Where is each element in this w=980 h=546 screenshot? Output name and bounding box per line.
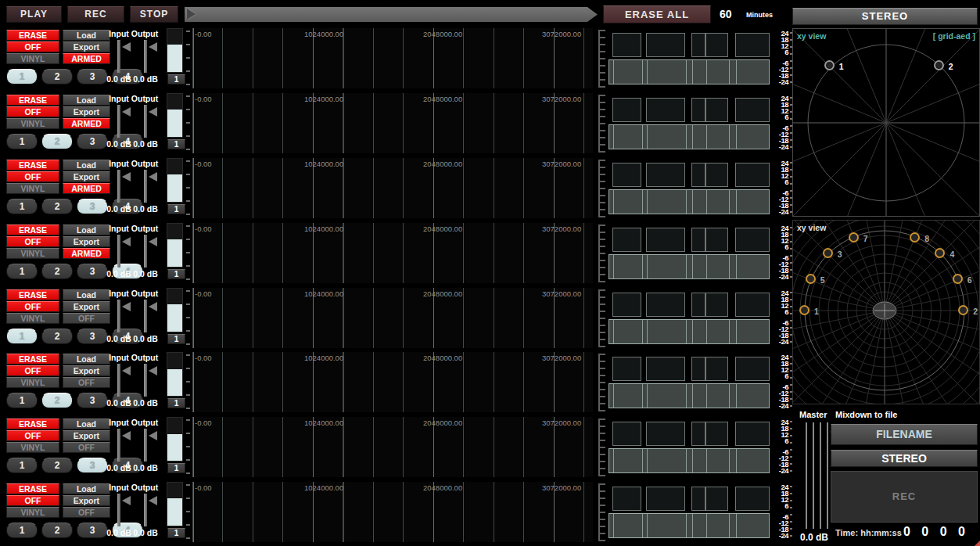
- channel-select-2[interactable]: 2: [41, 69, 73, 84]
- arm-button[interactable]: ARMED: [63, 183, 110, 194]
- channel-fader-button[interactable]: 1: [167, 204, 185, 214]
- output-gain-handle-icon[interactable]: [149, 366, 157, 375]
- output-gain-handle-icon[interactable]: [149, 302, 157, 311]
- segment-box[interactable]: [612, 33, 641, 57]
- grid-mode-label[interactable]: [ grid-aed ]: [933, 31, 975, 41]
- channel-select-1[interactable]: 1: [6, 393, 38, 408]
- output-gain-handle-icon[interactable]: [149, 496, 157, 505]
- stop-button[interactable]: STOP: [130, 6, 178, 23]
- vinyl-button[interactable]: VINYL: [6, 442, 59, 453]
- input-gain-handle-icon[interactable]: [122, 496, 131, 505]
- channel-select-1[interactable]: 1: [6, 134, 38, 149]
- segment-box[interactable]: [691, 228, 705, 252]
- arm-button[interactable]: ARMED: [63, 53, 110, 64]
- segment-box[interactable]: [735, 163, 770, 187]
- resize-handle-icon[interactable]: [975, 541, 980, 546]
- output-gain-slider[interactable]: [144, 494, 147, 526]
- input-gain-handle-icon[interactable]: [122, 237, 131, 246]
- output-gain-handle-icon[interactable]: [149, 172, 157, 181]
- segment-box[interactable]: [705, 163, 728, 187]
- vinyl-button[interactable]: VINYL: [6, 377, 59, 388]
- arm-button[interactable]: OFF: [63, 313, 110, 324]
- segment-box[interactable]: [691, 33, 705, 57]
- segment-box[interactable]: [646, 33, 685, 57]
- segment-box[interactable]: [705, 33, 728, 57]
- channel-fader-button[interactable]: 1: [167, 139, 185, 149]
- meter-overlay[interactable]: [608, 59, 770, 84]
- export-button[interactable]: Export: [63, 430, 110, 441]
- arm-button[interactable]: OFF: [63, 442, 110, 453]
- vinyl-button[interactable]: VINYL: [6, 248, 59, 259]
- channel-fader[interactable]: [167, 288, 183, 332]
- output-gain-slider[interactable]: [144, 364, 147, 397]
- channel-select-2[interactable]: 2: [41, 199, 73, 214]
- segment-box[interactable]: [705, 228, 728, 252]
- meter-overlay[interactable]: [608, 189, 770, 214]
- xy-point-3[interactable]: 3: [823, 248, 833, 258]
- channel-fader-button[interactable]: 1: [167, 463, 185, 473]
- xy-view-stereo[interactable]: xy view [ grid-aed ] 12: [792, 28, 980, 217]
- off-button[interactable]: OFF: [6, 495, 59, 506]
- meter-overlay[interactable]: [608, 513, 770, 538]
- input-gain-handle-icon[interactable]: [122, 431, 131, 440]
- channel-select-1[interactable]: 1: [6, 329, 38, 344]
- segment-box[interactable]: [705, 98, 728, 122]
- input-gain-slider[interactable]: [117, 105, 120, 138]
- mixdown-stereo-button[interactable]: STEREO: [831, 450, 978, 467]
- transport-progress-bar[interactable]: [185, 7, 598, 22]
- segment-box[interactable]: [735, 228, 770, 252]
- waveform-display[interactable]: -0.00 1024000.00 2048000.00 3072000.00: [192, 417, 593, 477]
- meter-overlay[interactable]: [608, 319, 770, 344]
- segment-box[interactable]: [705, 422, 728, 446]
- export-button[interactable]: Export: [63, 236, 110, 247]
- segment-box[interactable]: [691, 293, 705, 317]
- segment-box[interactable]: [735, 33, 770, 57]
- output-gain-handle-icon[interactable]: [149, 42, 157, 52]
- channel-select-1[interactable]: 1: [6, 69, 38, 84]
- channel-fader[interactable]: [167, 417, 183, 462]
- arm-button[interactable]: OFF: [63, 377, 110, 388]
- output-gain-slider[interactable]: [144, 300, 147, 332]
- export-button[interactable]: Export: [63, 106, 110, 117]
- segment-box[interactable]: [646, 487, 685, 511]
- erase-button[interactable]: ERASE: [6, 354, 59, 365]
- meter-overlay[interactable]: [608, 448, 770, 473]
- stereo-mode-header[interactable]: STEREO: [792, 8, 978, 25]
- minutes-value[interactable]: 60: [720, 8, 732, 20]
- output-gain-slider[interactable]: [144, 170, 147, 203]
- channel-select-2[interactable]: 2: [41, 523, 73, 538]
- segment-box[interactable]: [612, 98, 641, 122]
- input-gain-slider[interactable]: [117, 494, 120, 526]
- output-gain-handle-icon[interactable]: [149, 237, 157, 246]
- segment-box[interactable]: [735, 422, 770, 446]
- segment-box[interactable]: [612, 422, 641, 446]
- segment-box[interactable]: [691, 163, 705, 187]
- waveform-display[interactable]: -0.00 1024000.00 2048000.00 3072000.00: [192, 223, 593, 283]
- erase-button[interactable]: ERASE: [6, 225, 59, 235]
- output-gain-handle-icon[interactable]: [149, 107, 157, 117]
- segment-box[interactable]: [705, 357, 728, 381]
- erase-button[interactable]: ERASE: [6, 289, 59, 300]
- off-button[interactable]: OFF: [6, 430, 59, 441]
- channel-select-1[interactable]: 1: [6, 523, 38, 538]
- erase-button[interactable]: ERASE: [6, 95, 59, 106]
- erase-button[interactable]: ERASE: [6, 418, 59, 429]
- off-button[interactable]: OFF: [6, 301, 59, 312]
- segment-box[interactable]: [646, 422, 685, 446]
- playhead-icon[interactable]: [187, 9, 196, 20]
- export-button[interactable]: Export: [63, 301, 110, 312]
- input-gain-slider[interactable]: [117, 40, 120, 73]
- export-button[interactable]: Export: [63, 365, 110, 376]
- channel-fader[interactable]: [167, 223, 183, 268]
- erase-button[interactable]: ERASE: [6, 160, 59, 171]
- output-gain-slider[interactable]: [144, 40, 147, 73]
- waveform-display[interactable]: -0.00 1024000.00 2048000.00 3072000.00: [192, 288, 593, 348]
- meter-overlay[interactable]: [608, 254, 770, 279]
- input-gain-slider[interactable]: [117, 170, 120, 203]
- waveform-display[interactable]: -0.00 1024000.00 2048000.00 3072000.00: [192, 158, 593, 218]
- segment-box[interactable]: [612, 487, 641, 511]
- waveform-display[interactable]: -0.00 1024000.00 2048000.00 3072000.00: [192, 93, 593, 153]
- segment-box[interactable]: [612, 228, 641, 252]
- input-gain-handle-icon[interactable]: [122, 107, 131, 117]
- xy-point-1[interactable]: 1: [824, 60, 835, 70]
